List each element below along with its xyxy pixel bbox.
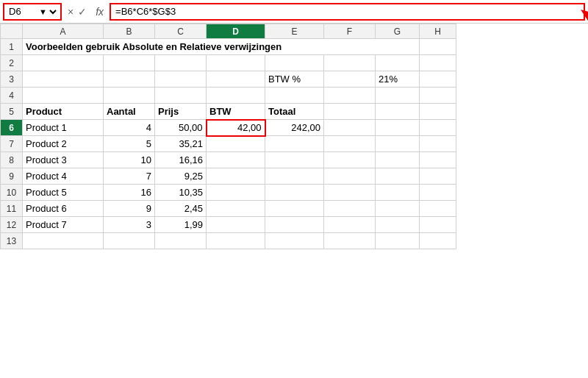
cell-12-a[interactable]: Product 7: [23, 217, 104, 233]
cell-4-e[interactable]: [265, 88, 324, 104]
cell-5-d[interactable]: BTW: [207, 104, 265, 120]
name-box[interactable]: D6 ▼: [3, 3, 62, 21]
cell-11-b[interactable]: 9: [104, 201, 155, 217]
cell-1-a[interactable]: Voorbeelden gebruik Absolute en Relatiev…: [23, 39, 420, 55]
cell-2-d[interactable]: [207, 55, 265, 71]
cell-13-g[interactable]: [376, 233, 420, 249]
cell-7-d[interactable]: [207, 136, 265, 152]
cell-12-g[interactable]: [376, 217, 420, 233]
cell-8-a[interactable]: Product 3: [23, 152, 104, 168]
cell-7-e[interactable]: [265, 136, 324, 152]
cell-9-a[interactable]: Product 4: [23, 168, 104, 185]
cell-4-g[interactable]: [376, 88, 420, 104]
cell-6-h[interactable]: [420, 120, 456, 136]
col-header-h[interactable]: H: [420, 24, 456, 39]
cell-2-f[interactable]: [324, 55, 376, 71]
cell-6-g[interactable]: [376, 120, 420, 136]
cell-1-h[interactable]: [420, 39, 456, 55]
row-header-7[interactable]: 7: [1, 136, 23, 152]
cell-6-d[interactable]: 42,00: [207, 120, 265, 136]
cell-9-e[interactable]: [265, 168, 324, 185]
cell-3-g[interactable]: 21%: [376, 71, 420, 88]
cell-13-b[interactable]: [104, 233, 155, 249]
cell-10-d[interactable]: [207, 185, 265, 201]
cell-8-d[interactable]: [207, 152, 265, 168]
cell-2-h[interactable]: [420, 55, 456, 71]
cell-13-e[interactable]: [265, 233, 324, 249]
cell-10-f[interactable]: [324, 185, 376, 201]
cell-5-c[interactable]: Prijs: [155, 104, 207, 120]
row-header-5[interactable]: 5: [1, 104, 23, 120]
row-header-3[interactable]: 3: [1, 71, 23, 88]
cell-9-h[interactable]: [420, 168, 456, 185]
cell-11-h[interactable]: [420, 201, 456, 217]
cell-7-a[interactable]: Product 2: [23, 136, 104, 152]
cell-3-h[interactable]: [420, 71, 456, 88]
cell-9-g[interactable]: [376, 168, 420, 185]
cell-13-c[interactable]: [155, 233, 207, 249]
cell-12-b[interactable]: 3: [104, 217, 155, 233]
cell-2-e[interactable]: [265, 55, 324, 71]
name-box-dropdown[interactable]: ▼: [36, 7, 59, 17]
cell-6-f[interactable]: [324, 120, 376, 136]
cell-3-f[interactable]: [324, 71, 376, 88]
cell-5-g[interactable]: [376, 104, 420, 120]
cell-12-c[interactable]: 1,99: [155, 217, 207, 233]
cell-13-h[interactable]: [420, 233, 456, 249]
row-header-13[interactable]: 13: [1, 233, 23, 249]
cell-3-c[interactable]: [155, 71, 207, 88]
row-header-1[interactable]: 1: [1, 39, 23, 55]
formula-input[interactable]: =B6*C6*$G$3: [110, 3, 585, 21]
cell-6-a[interactable]: Product 1: [23, 120, 104, 136]
cell-7-f[interactable]: [324, 136, 376, 152]
cell-7-h[interactable]: [420, 136, 456, 152]
cell-10-e[interactable]: [265, 185, 324, 201]
cell-3-b[interactable]: [104, 71, 155, 88]
cell-5-h[interactable]: [420, 104, 456, 120]
cell-2-c[interactable]: [155, 55, 207, 71]
cell-9-d[interactable]: [207, 168, 265, 185]
cell-6-c[interactable]: 50,00: [155, 120, 207, 136]
row-header-2[interactable]: 2: [1, 55, 23, 71]
row-header-6[interactable]: 6: [1, 120, 23, 136]
cell-5-e[interactable]: Totaal: [265, 104, 324, 120]
cell-4-d[interactable]: [207, 88, 265, 104]
cell-7-c[interactable]: 35,21: [155, 136, 207, 152]
row-header-4[interactable]: 4: [1, 88, 23, 104]
cell-8-h[interactable]: [420, 152, 456, 168]
cell-9-f[interactable]: [324, 168, 376, 185]
cell-11-g[interactable]: [376, 201, 420, 217]
col-header-f[interactable]: F: [324, 24, 376, 39]
cell-10-g[interactable]: [376, 185, 420, 201]
cell-12-h[interactable]: [420, 217, 456, 233]
col-header-a[interactable]: A: [23, 24, 104, 39]
cell-10-b[interactable]: 16: [104, 185, 155, 201]
col-header-d[interactable]: D: [207, 24, 265, 39]
cell-10-h[interactable]: [420, 185, 456, 201]
cell-7-b[interactable]: 5: [104, 136, 155, 152]
cell-2-b[interactable]: [104, 55, 155, 71]
cell-4-a[interactable]: [23, 88, 104, 104]
cell-9-b[interactable]: 7: [104, 168, 155, 185]
cell-11-a[interactable]: Product 6: [23, 201, 104, 217]
cell-3-d[interactable]: [207, 71, 265, 88]
col-header-e[interactable]: E: [265, 24, 324, 39]
cancel-icon[interactable]: ×: [68, 6, 74, 18]
col-header-b[interactable]: B: [104, 24, 155, 39]
cell-5-b[interactable]: Aantal: [104, 104, 155, 120]
cell-12-d[interactable]: [207, 217, 265, 233]
col-header-g[interactable]: G: [376, 24, 420, 39]
row-header-11[interactable]: 11: [1, 201, 23, 217]
confirm-icon[interactable]: ✓: [78, 6, 87, 18]
row-header-9[interactable]: 9: [1, 168, 23, 185]
cell-9-c[interactable]: 9,25: [155, 168, 207, 185]
cell-11-f[interactable]: [324, 201, 376, 217]
cell-13-f[interactable]: [324, 233, 376, 249]
cell-10-a[interactable]: Product 5: [23, 185, 104, 201]
cell-13-a[interactable]: [23, 233, 104, 249]
row-header-8[interactable]: 8: [1, 152, 23, 168]
cell-6-e[interactable]: 242,00: [265, 120, 324, 136]
row-header-10[interactable]: 10: [1, 185, 23, 201]
cell-10-c[interactable]: 10,35: [155, 185, 207, 201]
cell-4-f[interactable]: [324, 88, 376, 104]
